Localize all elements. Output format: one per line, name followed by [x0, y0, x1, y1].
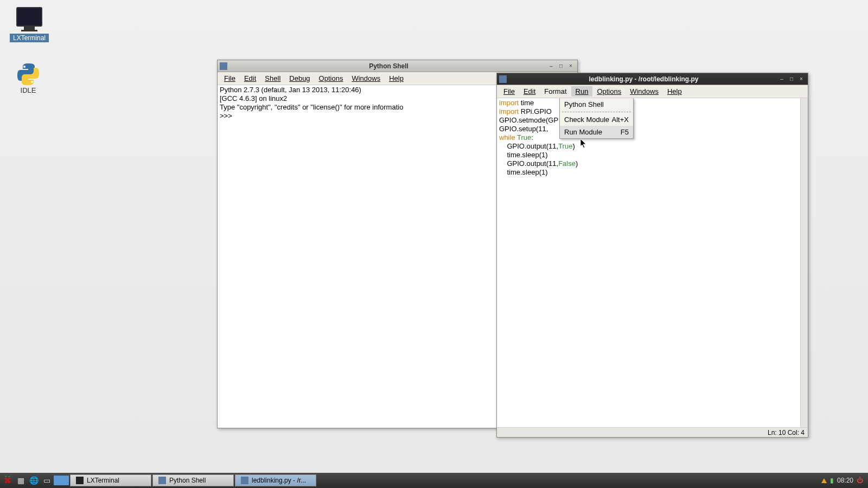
window-title: Python Shell: [231, 62, 547, 70]
menu-help[interactable]: Help: [663, 86, 686, 97]
menu-format[interactable]: Format: [540, 86, 571, 97]
window-icon: [499, 75, 507, 83]
menu-windows[interactable]: Windows: [626, 86, 663, 97]
logout-icon[interactable]: ⏻: [857, 477, 863, 484]
menubar: File Edit Format Run Options Windows Hel…: [497, 85, 808, 98]
svg-point-1: [31, 81, 33, 83]
task-icon: [76, 477, 84, 484]
menu-windows[interactable]: Windows: [347, 73, 385, 84]
close-button[interactable]: ×: [566, 62, 575, 70]
python-icon: [15, 61, 41, 85]
browser-icon[interactable]: 🌐: [28, 474, 40, 486]
window-editor: ledblinking.py - /root/ledblinking.py – …: [496, 73, 808, 438]
desktop-icon-idle[interactable]: IDLE: [14, 60, 43, 96]
menu-run[interactable]: Run: [571, 86, 593, 97]
close-button[interactable]: ×: [797, 75, 806, 83]
window-title: ledblinking.py - /root/ledblinking.py: [510, 75, 777, 83]
system-tray: ▮ 08:20 ⏻: [818, 477, 866, 484]
statusbar: Ln: 10 Col: 4: [497, 427, 808, 437]
clock[interactable]: 08:20: [837, 477, 853, 484]
svg-point-5: [5, 481, 8, 484]
notification-icon[interactable]: [821, 478, 827, 483]
titlebar[interactable]: ledblinking.py - /root/ledblinking.py – …: [497, 73, 808, 85]
task-icon: [158, 477, 166, 484]
monitor-icon: [16, 7, 42, 27]
taskbar-button-python-shell[interactable]: Python Shell: [152, 474, 234, 486]
file-manager-icon[interactable]: ▦: [15, 474, 27, 486]
menu-edit[interactable]: Edit: [240, 73, 260, 84]
cursor-position: Ln: 10 Col: 4: [768, 429, 805, 436]
menu-separator: [562, 112, 631, 112]
vertical-scrollbar[interactable]: [800, 98, 808, 427]
taskbar: ▦ 🌐 ▭ LXTerminal Python Shell ledblinkin…: [0, 473, 868, 488]
cpu-icon[interactable]: ▮: [830, 477, 834, 484]
task-icon: [241, 477, 248, 484]
taskbar-button-lxterminal[interactable]: LXTerminal: [70, 474, 151, 486]
menu-file[interactable]: File: [220, 73, 240, 84]
editor-text-area[interactable]: import time import RPi.GPIO GPIO.setmode…: [497, 98, 808, 427]
menu-options[interactable]: Options: [315, 73, 348, 84]
mouse-cursor-icon: [580, 139, 587, 149]
menu-shell[interactable]: Shell: [260, 73, 285, 84]
start-menu-button[interactable]: [2, 474, 14, 486]
desktop-icon-label: IDLE: [21, 86, 36, 94]
minimize-button[interactable]: –: [547, 62, 556, 70]
titlebar[interactable]: Python Shell – □ ×: [218, 60, 577, 72]
menu-edit[interactable]: Edit: [519, 86, 540, 97]
minimize-button[interactable]: –: [777, 75, 786, 83]
minimize-all-icon[interactable]: ▭: [41, 474, 53, 486]
menu-help[interactable]: Help: [385, 73, 408, 84]
maximize-button[interactable]: □: [557, 62, 565, 70]
svg-point-0: [23, 66, 25, 68]
menu-debug[interactable]: Debug: [285, 73, 314, 84]
window-icon: [220, 62, 227, 70]
menu-file[interactable]: File: [499, 86, 519, 97]
desktop-icon-label: LXTerminal: [10, 34, 49, 42]
run-menu-dropdown: Python Shell Check ModuleAlt+X Run Modul…: [559, 98, 634, 139]
svg-point-6: [8, 481, 11, 484]
maximize-button[interactable]: □: [787, 75, 796, 83]
workspace-switcher-icon[interactable]: [54, 476, 69, 485]
taskbar-button-ledblinking[interactable]: ledblinking.py - /r...: [235, 474, 316, 486]
menu-item-python-shell[interactable]: Python Shell: [560, 98, 633, 111]
menu-item-check-module[interactable]: Check ModuleAlt+X: [560, 113, 633, 126]
menu-item-run-module[interactable]: Run ModuleF5: [560, 126, 633, 138]
desktop-icon-lxterminal[interactable]: LXTerminal: [8, 5, 50, 44]
menu-options[interactable]: Options: [592, 86, 626, 97]
code-content: import time import RPi.GPIO GPIO.setmode…: [497, 98, 808, 178]
